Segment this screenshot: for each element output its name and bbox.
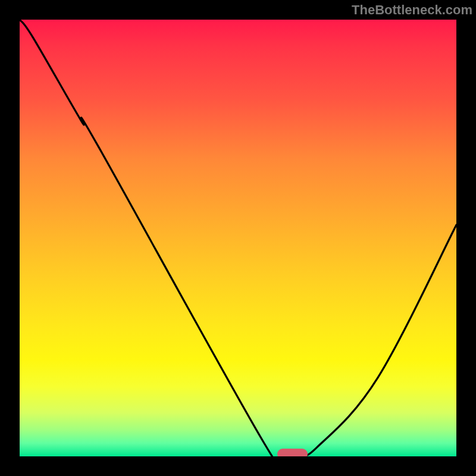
plot-area [20,20,456,456]
chart-container: TheBottleneck.com [0,0,476,476]
bottleneck-curve-path [20,20,456,456]
optimal-range-marker [277,449,308,456]
bottleneck-curve-svg [20,20,456,456]
watermark-text: TheBottleneck.com [352,2,472,18]
